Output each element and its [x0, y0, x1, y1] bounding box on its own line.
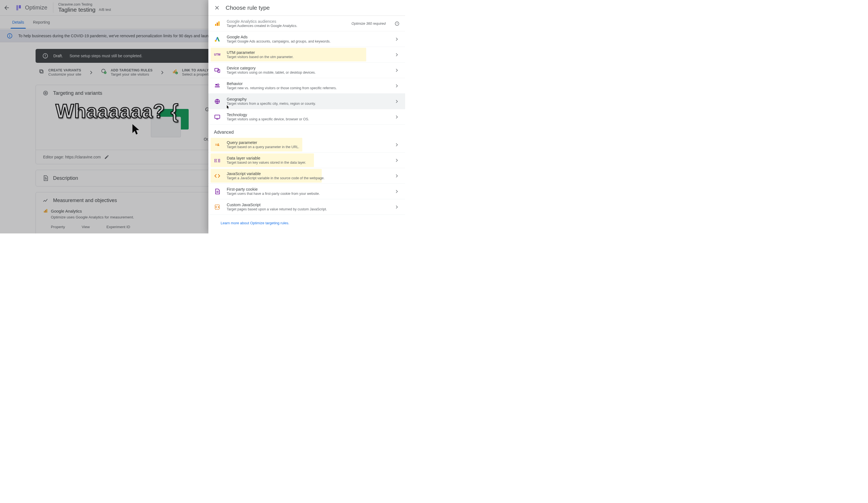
rule-sub: Target Google Ads accounts, campaigns, a…	[227, 40, 388, 43]
rule-technology[interactable]: Technology Target visitors using a speci…	[208, 109, 405, 125]
rule-title: JavaScript variable	[227, 172, 388, 176]
geo-icon	[214, 98, 220, 105]
chevron-right-icon	[394, 99, 400, 104]
svg-rect-24	[217, 22, 218, 26]
rule-js-var[interactable]: JavaScript variable Target a JavaScript …	[208, 168, 405, 184]
advanced-header: Advanced	[208, 125, 405, 137]
rule-behavior[interactable]: Behavior Target new vs. returning visito…	[208, 78, 405, 94]
chevron-right-icon	[394, 83, 400, 89]
rule-title: Query parameter	[227, 140, 388, 145]
svg-rect-23	[215, 24, 216, 26]
rule-geography[interactable]: Geography Target visitors from a specifi…	[208, 94, 405, 109]
chevron-right-icon	[394, 173, 400, 179]
chevron-right-icon	[394, 68, 400, 73]
help-icon[interactable]: ?	[394, 21, 400, 26]
tech-icon	[214, 114, 220, 120]
cj-icon	[214, 204, 220, 211]
ads-icon	[214, 36, 220, 42]
rule-sub: Target visitors based on the utm paramet…	[227, 55, 388, 59]
chevron-right-icon	[394, 189, 400, 194]
rule-title: First-party cookie	[227, 187, 388, 192]
rule-sub: Target users that have a first-party coo…	[227, 192, 388, 196]
rule-sub: Target visitors using on mobile, tablet,…	[227, 71, 388, 74]
utm-icon: UTM	[214, 51, 220, 58]
rule-title: Technology	[227, 113, 388, 117]
svg-point-32	[217, 84, 219, 85]
panel-title: Choose rule type	[226, 4, 270, 11]
js-icon	[214, 173, 220, 179]
query-param-icon: =&	[214, 142, 220, 148]
svg-text:?: ?	[396, 22, 397, 25]
dev-icon	[214, 67, 220, 74]
close-icon[interactable]	[214, 5, 220, 11]
rule-sub: Target visitors using a specific device,…	[227, 117, 388, 121]
rule-title: Geography	[227, 97, 388, 101]
ga-icon	[214, 20, 220, 27]
rule-title: Device category	[227, 66, 388, 70]
rule-title: Google Analytics audiences	[227, 19, 345, 24]
rule-google-ads[interactable]: Google Ads Target Google Ads accounts, c…	[208, 31, 405, 47]
chevron-right-icon	[394, 52, 400, 58]
svg-rect-35	[215, 115, 220, 119]
rule-sub: Target visitors from a specific city, me…	[227, 102, 388, 106]
optimize-360-required: Optimize 360 required	[351, 22, 386, 25]
choose-rule-panel: Choose rule type Google Analytics audien…	[208, 0, 405, 234]
rule-cookie[interactable]: First-party cookie Target users that hav…	[208, 184, 405, 199]
rule-data-layer[interactable]: [{ }] Data layer variable Target based o…	[208, 153, 405, 168]
rule-title: Data layer variable	[227, 156, 388, 160]
chevron-right-icon	[394, 157, 400, 163]
rule-custom-js[interactable]: Custom JavaScript Target pages based upo…	[208, 199, 405, 215]
svg-rect-36	[216, 119, 218, 120]
rule-sub: Target a JavaScript variable in the sour…	[227, 176, 388, 180]
rule-title: Custom JavaScript	[227, 203, 388, 207]
svg-rect-33	[215, 86, 220, 87]
rule-title: Google Ads	[227, 35, 388, 39]
rule-device[interactable]: Device category Target visitors using on…	[208, 62, 405, 78]
rule-utm[interactable]: UTM UTM parameter Target visitors based …	[208, 47, 405, 62]
rule-sub: Target new vs. returning visitors or tho…	[227, 86, 388, 90]
rule-query-param[interactable]: =& Query parameter Target based on a que…	[208, 137, 405, 153]
beh-icon	[214, 83, 220, 89]
svg-rect-25	[218, 21, 219, 26]
rule-title: Behavior	[227, 81, 388, 86]
rule-sub: Target based on a query parameter in the…	[227, 145, 388, 149]
chevron-right-icon	[394, 142, 400, 147]
rule-sub: Target pages based upon a value returned…	[227, 207, 388, 211]
rule-title: UTM parameter	[227, 50, 388, 55]
chevron-right-icon	[394, 204, 400, 210]
rule-sub: Target Audiences created in Google Analy…	[227, 24, 345, 28]
rule-ga-audiences: Google Analytics audiences Target Audien…	[208, 16, 405, 31]
chevron-right-icon	[394, 37, 400, 42]
ck-icon	[214, 188, 220, 195]
svg-point-28	[215, 40, 216, 42]
svg-point-31	[215, 84, 217, 85]
data-layer-icon: [{ }]	[214, 157, 220, 164]
rule-sub: Target based on key values stored in the…	[227, 161, 388, 165]
targeting-learn-link[interactable]: Learn more about Optimize targeting rule…	[220, 221, 289, 225]
chevron-right-icon	[394, 114, 400, 120]
